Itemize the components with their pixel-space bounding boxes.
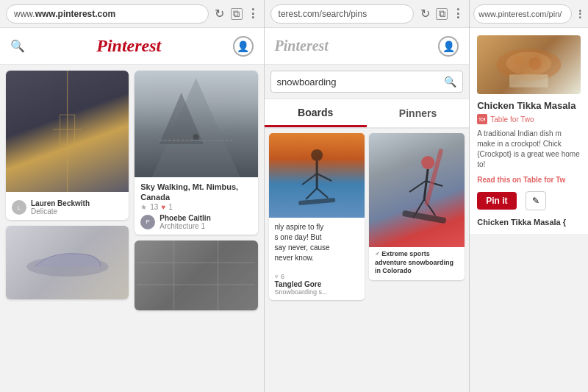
svg-line-17 — [317, 188, 328, 198]
tab-boards-label: Boards — [298, 107, 333, 118]
address-bar-2: terest.com/search/pins ↻ ⧉ ⋮ — [265, 0, 470, 28]
p2-pin-footer-1: ♥ 6 Tangled Gore Snowboarding s... — [269, 268, 365, 300]
pin-it-button[interactable]: Pin it — [477, 192, 516, 210]
svg-rect-18 — [298, 198, 335, 205]
menu-dots-2[interactable]: ⋮ — [452, 7, 463, 21]
address-bar-3: www.pinterest.com/pin/ ⋮ — [470, 0, 588, 28]
p3-description: A traditional Indian dish m make in a cr… — [477, 129, 581, 170]
pin-image-architecture — [6, 71, 129, 192]
pin-star-count: 13 — [150, 203, 158, 211]
p3-footer-title: Chicken Tikka Masala { — [477, 218, 581, 227]
svg-point-30 — [529, 57, 542, 70]
search-bar-2[interactable]: snowboarding 🔍 — [270, 71, 464, 93]
refresh-icon-2[interactable]: ↻ — [418, 7, 431, 21]
pin-footer-architecture: L Lauren Beckwith Delicate — [6, 192, 129, 220]
pin-image-shoes — [6, 226, 129, 299]
url-p2: terest.com/search/pins — [279, 9, 368, 19]
p3-title: Chicken Tikka Masala — [477, 100, 581, 111]
tab-boards[interactable]: Boards — [265, 99, 367, 127]
p3-source-icon: 🍽 — [477, 114, 487, 124]
user-icon-1[interactable]: 👤 — [233, 36, 254, 57]
user-icon-2[interactable]: 👤 — [438, 36, 459, 57]
pinterest-header-2: Pinterest 👤 — [265, 28, 470, 65]
pin-avatar-phoebe: P — [140, 215, 155, 229]
pin-title-mountain: Sky Walking, Mt. Nimbus, Canada — [140, 182, 251, 203]
content-area-2: nly aspire to flys one day! Butsay never… — [265, 129, 470, 392]
edit-icon: ✎ — [532, 196, 539, 206]
address-input-1[interactable]: www.www.pinterest.com — [6, 4, 209, 24]
tab-icon-2[interactable]: ⧉ — [436, 8, 448, 20]
url-prefix-1: www. — [14, 9, 35, 19]
p2-pins-grid: nly aspire to flys one day! Butsay never… — [265, 129, 470, 304]
p2-pin-image-mountain — [369, 133, 465, 247]
address-input-2[interactable]: terest.com/search/pins — [270, 4, 415, 24]
pin-board-phoebe: Architecture 1 — [159, 222, 251, 230]
pinterest-header-1: 🔍 Pinterest 👤 — [0, 28, 264, 65]
pin-user-info-lauren: Lauren Beckwith Delicate — [31, 199, 123, 215]
svg-point-12 — [311, 149, 323, 161]
address-bar-1: www.www.pinterest.com ↻ ⧉ ⋮ — [0, 0, 264, 28]
refresh-icon-1[interactable]: ↻ — [213, 7, 226, 21]
pin-card-architecture[interactable]: L Lauren Beckwith Delicate — [6, 71, 129, 220]
pin-board-lauren: Delicate — [31, 207, 123, 215]
p2-pin-title-2: ♂ Extreme sports adventure snowboarding … — [375, 250, 459, 276]
tab-pinners[interactable]: Pinners — [367, 99, 469, 127]
masonry-grid-1: L Lauren Beckwith Delicate — [0, 65, 264, 392]
p2-pin-snowboard-sunset[interactable]: nly aspire to flys one day! Butsay never… — [269, 133, 365, 300]
p3-read-more[interactable]: Read this on Table for Tw — [477, 176, 581, 184]
pin-user-info-phoebe: Phoebe Caitlin Architecture 1 — [159, 214, 251, 230]
svg-line-14 — [302, 174, 317, 185]
p2-pin-footer-2: ♂ Extreme sports adventure snowboarding … — [369, 247, 465, 280]
pin-user-name-phoebe: Phoebe Caitlin — [159, 214, 251, 222]
search-icon-header-1[interactable]: 🔍 — [10, 39, 25, 53]
p3-source: 🍽 Table for Two — [477, 114, 581, 124]
menu-dots-3[interactable]: ⋮ — [575, 8, 584, 20]
p2-pin-sub-1: Snowboarding s... — [275, 288, 359, 296]
heart-icon-p2: ♥ — [275, 273, 279, 280]
pin-footer-mountain: Sky Walking, Mt. Nimbus, Canada ★ 13 ♥ 1… — [135, 177, 257, 235]
pin-user-name-lauren: Lauren Beckwith — [31, 199, 123, 207]
content-area-1: L Lauren Beckwith Delicate — [0, 65, 264, 392]
p2-col-1: nly aspire to flys one day! Butsay never… — [269, 133, 365, 300]
star-icon: ★ — [140, 203, 147, 211]
pin-image-mountain — [135, 71, 257, 177]
browser-panel-1: www.www.pinterest.com ↻ ⧉ ⋮ 🔍 Pinterest … — [0, 0, 265, 392]
p2-heart-count: 6 — [281, 273, 284, 280]
svg-line-16 — [306, 188, 317, 199]
url-p3: www.pinterest.com/pin/ — [478, 10, 562, 18]
p2-pin-image-sunset — [269, 133, 365, 218]
address-input-3[interactable]: www.pinterest.com/pin/ — [473, 4, 572, 24]
tabs-row: Boards Pinners — [265, 99, 470, 129]
edit-button[interactable]: ✎ — [526, 191, 546, 210]
svg-point-7 — [193, 134, 199, 140]
svg-line-21 — [409, 181, 426, 192]
svg-line-15 — [317, 174, 331, 181]
pin-stats-mountain: ★ 13 ♥ 1 — [140, 203, 251, 211]
search-icon-2: 🔍 — [444, 76, 456, 88]
tab-pinners-label: Pinners — [399, 107, 437, 119]
pinterest-logo-1: Pinterest — [96, 36, 161, 56]
masonry-col-1: L Lauren Beckwith Delicate — [6, 71, 129, 386]
search-text-2: snowboarding — [277, 76, 440, 88]
svg-point-19 — [421, 156, 434, 169]
pin-card-shoes[interactable] — [6, 226, 129, 299]
pin-image-concrete — [135, 240, 257, 310]
masonry-col-2: Sky Walking, Mt. Nimbus, Canada ★ 13 ♥ 1… — [135, 71, 257, 386]
heart-icon: ♥ — [161, 203, 165, 211]
pin-heart-count: 1 — [168, 203, 173, 211]
pin-card-concrete[interactable] — [135, 240, 257, 310]
search-bar-container: snowboarding 🔍 — [265, 65, 470, 99]
browser-panel-3: www.pinterest.com/pin/ ⋮ Chicken Tikka M… — [470, 0, 588, 392]
p2-pin-title-1: Tangled Gore — [275, 280, 359, 288]
tab-icon-1[interactable]: ⧉ — [231, 8, 243, 20]
svg-rect-31 — [509, 74, 548, 88]
p2-col-2: ♂ Extreme sports adventure snowboarding … — [369, 133, 465, 300]
pin-meta-mountain: P Phoebe Caitlin Architecture 1 — [140, 214, 251, 230]
p2-pin-snowboard-mountain[interactable]: ♂ Extreme sports adventure snowboarding … — [369, 133, 465, 280]
menu-dots-1[interactable]: ⋮ — [247, 7, 258, 21]
svg-rect-25 — [402, 210, 446, 224]
url-domain-1: www.pinterest.com — [35, 9, 116, 19]
p3-source-text: Table for Two — [490, 115, 534, 124]
p2-pin-text-1: nly aspire to flys one day! Butsay never… — [269, 218, 365, 268]
pin-card-mountain[interactable]: Sky Walking, Mt. Nimbus, Canada ★ 13 ♥ 1… — [135, 71, 257, 235]
